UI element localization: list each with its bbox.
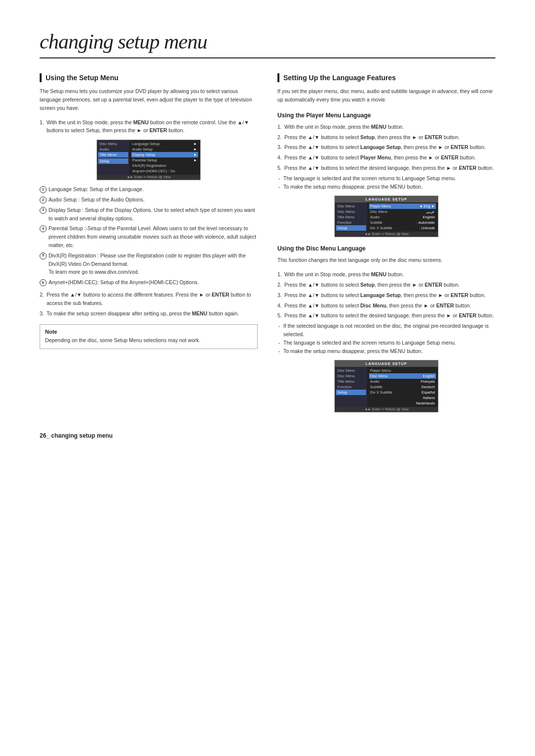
ps-menu-4: Function bbox=[336, 220, 366, 225]
player-step-1: With the unit in Stop mode, press the ME… bbox=[277, 123, 495, 131]
ps-row-subtitle: Subtitle: Automatic bbox=[369, 220, 436, 225]
left-section-intro: The Setup menu lets you customize your D… bbox=[40, 87, 258, 112]
ps-row-disc: Disc Menuعربي bbox=[369, 209, 436, 214]
ds-row-disc: Disc MenuEnglish bbox=[369, 373, 436, 379]
circle-item-3: 3 Display Setup : Setup of the Display O… bbox=[40, 206, 258, 223]
ds-row-dutch: Nederlands bbox=[369, 401, 436, 406]
ds-menu-3: Title Menu bbox=[336, 379, 366, 384]
note-text: Depending on the disc, some Setup Menu s… bbox=[45, 337, 252, 345]
ds-row-player: Player Menu bbox=[369, 368, 436, 373]
ps-row-divx: Div X Subtitle: Unicode bbox=[369, 225, 436, 231]
screen-menu-disc-menu: Disc Menu bbox=[98, 141, 128, 147]
player-step-5: Press the ▲/▼ buttons to select the desi… bbox=[277, 164, 495, 172]
screen-menu-title: Title Menu bbox=[98, 152, 128, 157]
ds-menu-5: Setup bbox=[336, 390, 366, 395]
screen-row-language: Language Setup► bbox=[131, 141, 198, 147]
screen-menu-audio: Audio bbox=[98, 147, 128, 152]
player-menu-steps: With the unit in Stop mode, press the ME… bbox=[277, 123, 495, 172]
player-step-4: Press the ▲/▼ buttons to select Player M… bbox=[277, 153, 495, 162]
right-section-intro: If you set the player menu, disc menu, a… bbox=[277, 87, 495, 104]
player-screen-image: LANGUAGE SETUP Disc Menu Disc Menu Title… bbox=[277, 196, 495, 237]
ds-menu-4: Function bbox=[336, 384, 366, 390]
circle-items-list: 1 Language Setup: Setup of the Language.… bbox=[40, 185, 258, 287]
ds-menu-1: Disc Menu bbox=[336, 368, 366, 373]
disc-step-3: Press the ▲/▼ buttons to select Language… bbox=[277, 291, 495, 300]
disc-step-4: Press the ▲/▼ buttons to select Disc Men… bbox=[277, 302, 495, 310]
circle-item-1: 1 Language Setup: Setup of the Language. bbox=[40, 185, 258, 194]
left-step-1: With the unit in Stop mode, press the ME… bbox=[40, 118, 258, 135]
disc-bullet-1: If the selected language is not recorded… bbox=[277, 322, 495, 339]
disc-menu-bullets: If the selected language is not recorded… bbox=[277, 322, 495, 355]
disc-bullet-2: The language is selected and the screen … bbox=[277, 339, 495, 347]
disc-bullet-3: To make the setup menu disappear, press … bbox=[277, 347, 495, 355]
ps-row-player: Player Menu◄ Eng ► bbox=[369, 203, 436, 209]
circle-item-5: 5 DivX(R) Registration : Please use the … bbox=[40, 252, 258, 276]
note-title: Note bbox=[45, 329, 252, 335]
ps-menu-2: Disc Menu bbox=[336, 209, 366, 214]
ds-row-subtitle: SubtitleDeutsch bbox=[369, 384, 436, 390]
left-step-3: To make the setup screen disappear after… bbox=[40, 309, 258, 318]
ds-row-divx: Div X SubtitleEspañol bbox=[369, 390, 436, 395]
disc-step-5: Press the ▲/▼ buttons to select the desi… bbox=[277, 311, 495, 320]
circle-item-2: 2 Audio Setup : Setup of the Audio Optio… bbox=[40, 196, 258, 204]
player-step-2: Press the ▲/▼ buttons to select Setup, t… bbox=[277, 133, 495, 142]
left-column: Using the Setup Menu The Setup menu lets… bbox=[40, 73, 258, 417]
setup-screen-image: Disc Menu Audio Title Menu Setup Languag… bbox=[40, 140, 258, 180]
player-screen-footer: ◄► Enter ↩ Return ▤ View bbox=[335, 232, 438, 237]
disc-menu-steps: With the unit in Stop mode, press the ME… bbox=[277, 270, 495, 320]
player-screen-header: LANGUAGE SETUP bbox=[335, 196, 438, 202]
disc-step-1: With the unit in Stop mode, press the ME… bbox=[277, 270, 495, 279]
ds-menu-2: Disc Menu bbox=[336, 373, 366, 379]
ps-menu-1: Disc Menu bbox=[336, 203, 366, 209]
disc-menu-intro: This function changes the text language … bbox=[277, 256, 495, 264]
screen-row-parental: Parental Setup► bbox=[131, 157, 198, 163]
right-column: Setting Up the Language Features If you … bbox=[277, 73, 495, 417]
disc-screen-image: LANGUAGE SETUP Disc Menu Disc Menu Title… bbox=[277, 360, 495, 412]
disc-screen-header: LANGUAGE SETUP bbox=[335, 360, 438, 367]
ps-row-audio: AudioEnglish bbox=[369, 214, 436, 220]
ps-menu-3: Title Menu bbox=[336, 214, 366, 220]
page-footer: 26_ changing setup menu bbox=[40, 432, 495, 439]
ps-menu-5: Setup bbox=[336, 225, 366, 231]
player-bullet-1: The language is selected and the screen … bbox=[277, 174, 495, 183]
screen-footer-1: ◄► Enter ↩ Return ▤ View bbox=[97, 175, 200, 180]
disc-menu-title: Using the Disc Menu Language bbox=[277, 245, 495, 252]
page-title: changing setup menu bbox=[40, 30, 495, 58]
player-menu-title: Using the Player Menu Language bbox=[277, 112, 495, 119]
screen-row-divx: DivX(R) Registration bbox=[131, 163, 198, 168]
left-step-2: Press the ▲/▼ buttons to access the diff… bbox=[40, 291, 258, 307]
right-section-title: Setting Up the Language Features bbox=[277, 73, 495, 82]
disc-screen-footer: ◄► Enter ↩ Return ▤ View bbox=[335, 407, 438, 412]
circle-item-6: 6 Anynet+(HDMI-CEC): Setup of the Anynet… bbox=[40, 278, 258, 287]
left-section-title: Using the Setup Menu bbox=[40, 73, 258, 82]
circle-item-4: 4 Parental Setup :-Setup of the Parental… bbox=[40, 224, 258, 249]
player-step-3: Press the ▲/▼ buttons to select Language… bbox=[277, 143, 495, 151]
screen-row-display: Display Setup► bbox=[131, 152, 198, 157]
ds-row-italiano: Italiano bbox=[369, 395, 436, 401]
left-steps-2-3: Press the ▲/▼ buttons to access the diff… bbox=[40, 291, 258, 317]
screen-row-audio: Audio Setup► bbox=[131, 147, 198, 152]
screen-row-anynet: Anynet+(HDMI-CEC) : On bbox=[131, 168, 198, 174]
note-box: Note Depending on the disc, some Setup M… bbox=[40, 324, 258, 349]
player-bullet-2: To make the setup menu disappear, press … bbox=[277, 183, 495, 191]
disc-step-2: Press the ▲/▼ buttons to select Setup, t… bbox=[277, 281, 495, 289]
left-steps-list: With the unit in Stop mode, press the ME… bbox=[40, 118, 258, 135]
screen-menu-setup: Setup bbox=[98, 158, 128, 164]
ds-row-audio: AudioFrançais bbox=[369, 379, 436, 384]
player-menu-bullets: The language is selected and the screen … bbox=[277, 174, 495, 191]
